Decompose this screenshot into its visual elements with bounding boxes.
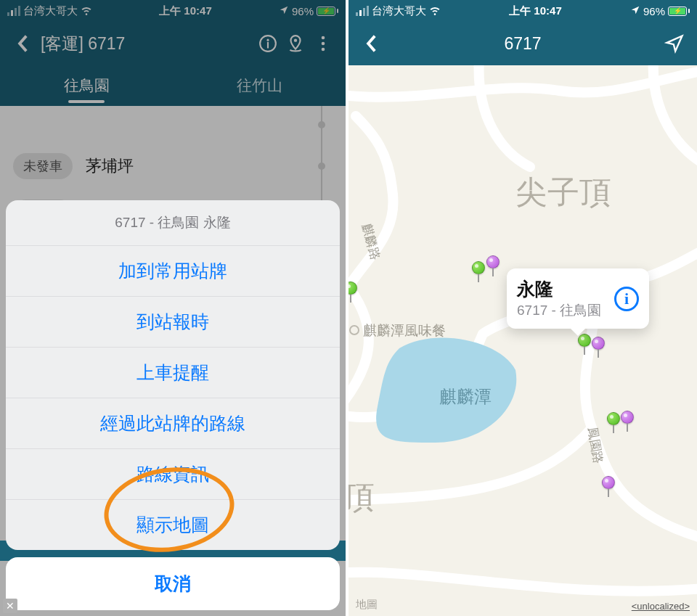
- area-label: 尖子頂: [515, 174, 611, 210]
- map-callout[interactable]: 永隆 6717 - 往鳥園 i: [507, 268, 649, 329]
- sheet-arrival-time[interactable]: 到站報時: [6, 296, 340, 347]
- sheet-boarding-alert[interactable]: 上車提醒: [6, 347, 340, 398]
- map-canvas[interactable]: 尖子頂 麒麟潭 麒麟路 仁義路 鳳園路 頂 麒麟潭風味餐 永隆 6717 - 往…: [348, 65, 697, 616]
- action-sheet: 6717 - 往鳥園 永隆 加到常用站牌 到站報時 上車提醒 經過此站牌的路線 …: [0, 194, 346, 616]
- locate-me-button[interactable]: [661, 30, 688, 57]
- location-arrow-icon: [630, 5, 640, 17]
- battery-icon: ⚡: [668, 7, 690, 16]
- callout-subtitle: 6717 - 往鳥園: [517, 301, 601, 320]
- map-attribution: 地圖: [356, 598, 378, 612]
- signal-icon: [356, 6, 369, 16]
- sheet-cancel[interactable]: 取消: [6, 557, 340, 610]
- status-bar: 台湾大哥大 上午 10:47 96% ⚡: [348, 0, 697, 22]
- map-pin[interactable]: [607, 412, 620, 425]
- sheet-routes-via-stop[interactable]: 經過此站牌的路線: [6, 398, 340, 448]
- lake-label: 麒麟潭: [439, 387, 492, 406]
- callout-info-icon[interactable]: i: [614, 287, 639, 311]
- map-pin[interactable]: [472, 261, 485, 274]
- wifi-icon: [429, 4, 441, 18]
- map-pin[interactable]: [621, 411, 634, 424]
- sheet-add-favorite[interactable]: 加到常用站牌: [6, 245, 340, 296]
- battery-pct-label: 96%: [643, 5, 665, 17]
- carrier-label: 台湾大哥大: [372, 4, 426, 18]
- map-pin[interactable]: [602, 476, 615, 489]
- sheet-route-info[interactable]: 路線資訊: [6, 448, 340, 499]
- page-title: 6717: [385, 34, 661, 54]
- map-pin[interactable]: [486, 255, 500, 268]
- nav-header: 6717: [348, 22, 697, 65]
- ad-close-icon[interactable]: ✕: [3, 599, 17, 613]
- unlocalized-label: <unlocalized>: [632, 601, 690, 612]
- map-pin[interactable]: [592, 337, 605, 350]
- area-label-partial: 頂: [348, 479, 375, 514]
- callout-title: 永隆: [517, 277, 601, 301]
- poi-label: 麒麟潭風味餐: [363, 323, 446, 338]
- sheet-show-map[interactable]: 顯示地圖: [6, 499, 340, 550]
- clock-label: 上午 10:47: [509, 4, 562, 18]
- back-button[interactable]: [357, 30, 385, 57]
- svg-point-7: [350, 326, 359, 334]
- road-label-fengyuan: 鳳園路: [585, 426, 606, 465]
- sheet-title: 6717 - 往鳥園 永隆: [6, 200, 340, 245]
